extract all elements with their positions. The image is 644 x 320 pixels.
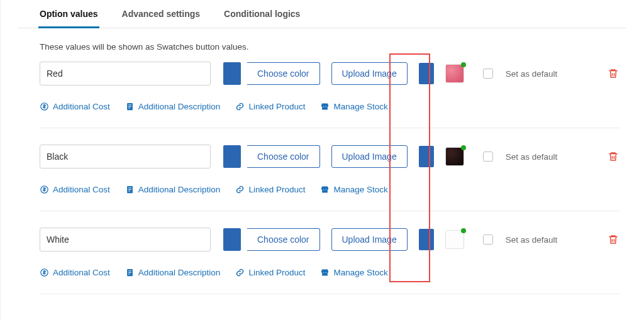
svg-rect-2 — [128, 104, 131, 105]
dollar-icon — [40, 268, 49, 277]
svg-rect-9 — [128, 189, 131, 190]
store-icon — [320, 102, 330, 111]
link-label: Additional Description — [138, 102, 221, 111]
intro-text: These values will be shown as Swatches b… — [18, 28, 626, 62]
set-default-label: Set as default — [506, 152, 558, 162]
link-icon — [235, 268, 245, 277]
upload-image-button[interactable]: Upload Image — [331, 145, 408, 168]
manage-stock-link[interactable]: Manage Stock — [320, 185, 387, 194]
link-label: Manage Stock — [333, 268, 387, 277]
svg-rect-11 — [323, 190, 328, 192]
manage-stock-link[interactable]: Manage Stock — [320, 268, 387, 277]
linked-product-link[interactable]: Linked Product — [235, 185, 305, 194]
option-values-panel: Option values Advanced settings Conditio… — [0, 0, 644, 320]
link-icon — [235, 185, 245, 194]
color-swatch[interactable] — [223, 228, 241, 251]
upload-image-button[interactable]: Upload Image — [331, 228, 408, 251]
link-label: Linked Product — [248, 185, 305, 194]
link-label: Additional Cost — [53, 268, 110, 277]
set-default-checkbox[interactable] — [483, 152, 493, 162]
delete-row-button[interactable] — [608, 151, 619, 162]
svg-rect-10 — [128, 190, 130, 191]
option-rows: Choose color Upload Image Set as default — [18, 62, 626, 294]
set-default-checkbox[interactable] — [483, 69, 493, 79]
trash-icon — [608, 234, 619, 245]
image-thumbnail[interactable] — [445, 230, 464, 249]
option-row-main: Choose color Upload Image Set as default — [40, 228, 620, 251]
link-label: Manage Stock — [333, 102, 387, 111]
thumbnail-preview — [445, 64, 464, 83]
additional-cost-link[interactable]: Additional Cost — [40, 185, 110, 194]
option-sub-links: Additional Cost Additional Description L… — [40, 185, 620, 194]
set-default-label: Set as default — [506, 69, 558, 79]
option-sub-links: Additional Cost Additional Description L… — [40, 102, 620, 111]
linked-product-link[interactable]: Linked Product — [235, 102, 305, 111]
option-value-input[interactable] — [40, 62, 211, 86]
svg-rect-17 — [323, 273, 328, 275]
link-label: Linked Product — [248, 268, 305, 277]
additional-cost-link[interactable]: Additional Cost — [40, 102, 110, 111]
option-sub-links: Additional Cost Additional Description L… — [40, 268, 620, 277]
secondary-swatch[interactable] — [419, 229, 434, 250]
status-dot-icon — [461, 62, 466, 67]
link-label: Manage Stock — [333, 185, 387, 194]
link-label: Additional Description — [138, 185, 221, 194]
link-icon — [235, 102, 245, 111]
svg-rect-8 — [128, 187, 131, 188]
store-icon — [320, 185, 330, 194]
option-row: Choose color Upload Image Set as default — [40, 145, 620, 211]
secondary-swatch[interactable] — [419, 63, 434, 84]
additional-cost-link[interactable]: Additional Cost — [40, 268, 110, 277]
document-icon — [125, 268, 135, 277]
trash-icon — [608, 151, 619, 162]
thumbnail-preview — [445, 230, 464, 249]
link-label: Additional Description — [138, 268, 221, 277]
choose-color-button[interactable]: Choose color — [247, 228, 320, 251]
color-swatch[interactable] — [223, 145, 241, 168]
linked-product-link[interactable]: Linked Product — [235, 268, 305, 277]
svg-rect-4 — [128, 108, 130, 108]
choose-color-button[interactable]: Choose color — [247, 145, 320, 168]
tab-option-values[interactable]: Option values — [40, 0, 98, 28]
option-row: Choose color Upload Image Set as default — [40, 62, 620, 128]
secondary-swatch[interactable] — [419, 146, 434, 167]
color-swatch[interactable] — [223, 62, 241, 85]
dollar-icon — [40, 102, 49, 111]
status-dot-icon — [461, 228, 466, 233]
set-default-checkbox[interactable] — [483, 234, 493, 245]
link-label: Linked Product — [248, 102, 305, 111]
image-thumbnail[interactable] — [445, 147, 464, 166]
svg-rect-14 — [128, 270, 131, 271]
svg-rect-16 — [128, 273, 130, 274]
delete-row-button[interactable] — [608, 234, 619, 245]
link-label: Additional Cost — [53, 102, 110, 111]
thumbnail-preview — [445, 147, 464, 166]
document-icon — [125, 185, 135, 194]
dollar-icon — [40, 185, 49, 194]
tab-conditional-logics[interactable]: Conditional logics — [224, 0, 300, 28]
option-row-main: Choose color Upload Image Set as default — [40, 145, 620, 168]
document-icon — [125, 102, 135, 111]
store-icon — [320, 268, 330, 277]
choose-color-button[interactable]: Choose color — [247, 62, 320, 85]
tabs: Option values Advanced settings Conditio… — [18, 0, 626, 28]
svg-rect-15 — [128, 272, 131, 273]
additional-description-link[interactable]: Additional Description — [125, 185, 221, 194]
delete-row-button[interactable] — [608, 68, 619, 79]
tab-advanced-settings[interactable]: Advanced settings — [122, 0, 200, 28]
trash-icon — [608, 68, 619, 79]
option-row-main: Choose color Upload Image Set as default — [40, 62, 620, 86]
set-default-label: Set as default — [506, 235, 558, 245]
link-label: Additional Cost — [53, 185, 110, 194]
additional-description-link[interactable]: Additional Description — [125, 102, 221, 111]
manage-stock-link[interactable]: Manage Stock — [320, 102, 387, 111]
svg-rect-5 — [323, 107, 328, 109]
option-row: Choose color Upload Image Set as default — [40, 228, 620, 294]
image-thumbnail[interactable] — [445, 64, 464, 83]
svg-rect-3 — [128, 106, 131, 107]
upload-image-button[interactable]: Upload Image — [331, 62, 408, 85]
additional-description-link[interactable]: Additional Description — [125, 268, 221, 277]
status-dot-icon — [461, 145, 466, 150]
option-value-input[interactable] — [40, 228, 211, 251]
option-value-input[interactable] — [40, 145, 211, 168]
